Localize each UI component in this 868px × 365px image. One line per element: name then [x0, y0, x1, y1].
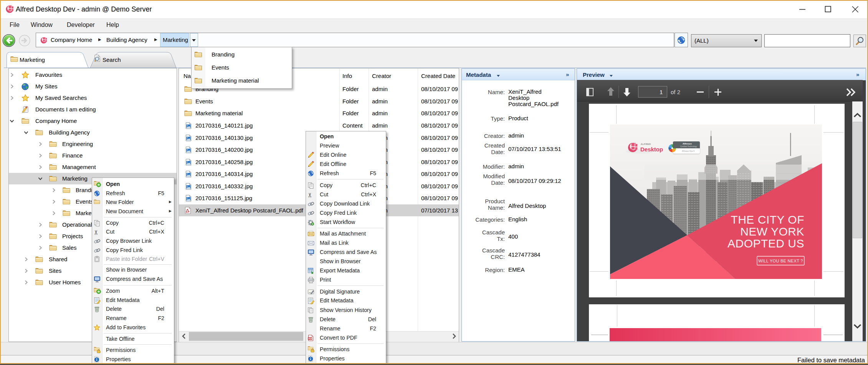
- svg-text:THE CITY OF: THE CITY OF: [731, 213, 804, 226]
- svg-text:ADOPTED US: ADOPTED US: [727, 237, 804, 250]
- svg-text:PDF: PDF: [308, 337, 313, 340]
- svg-text:NEW YORK: NEW YORK: [740, 225, 804, 238]
- svg-text:WILL YOU BE NEXT ?: WILL YOU BE NEXT ?: [758, 259, 803, 263]
